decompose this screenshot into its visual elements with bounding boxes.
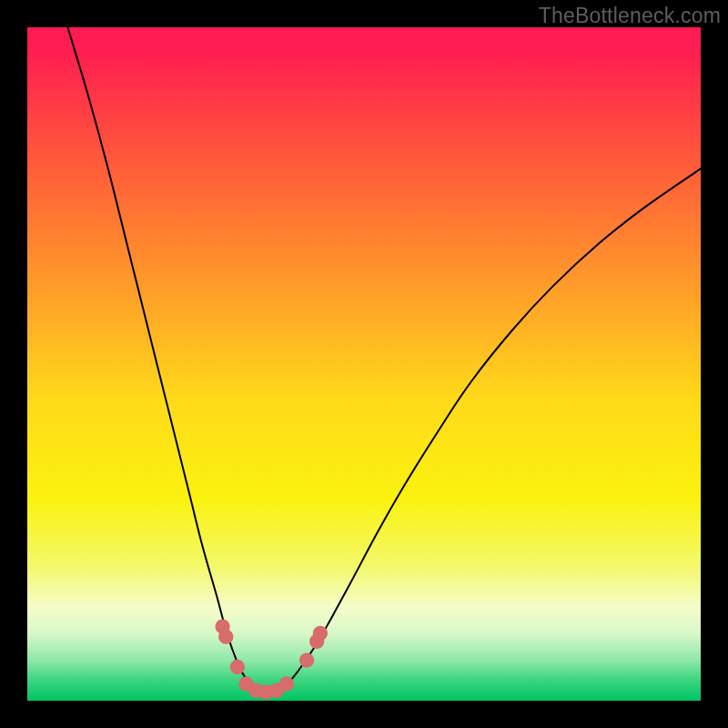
chart-background [27, 27, 701, 701]
marker-point [299, 652, 314, 667]
marker-point [279, 676, 294, 691]
marker-point [218, 630, 233, 644]
watermark-text: TheBottleneck.com [539, 4, 721, 28]
marker-point [313, 626, 328, 641]
frame: TheBottleneck.com [0, 0, 728, 728]
plot-area [27, 27, 701, 701]
marker-point [230, 660, 245, 674]
chart-svg [27, 27, 701, 701]
